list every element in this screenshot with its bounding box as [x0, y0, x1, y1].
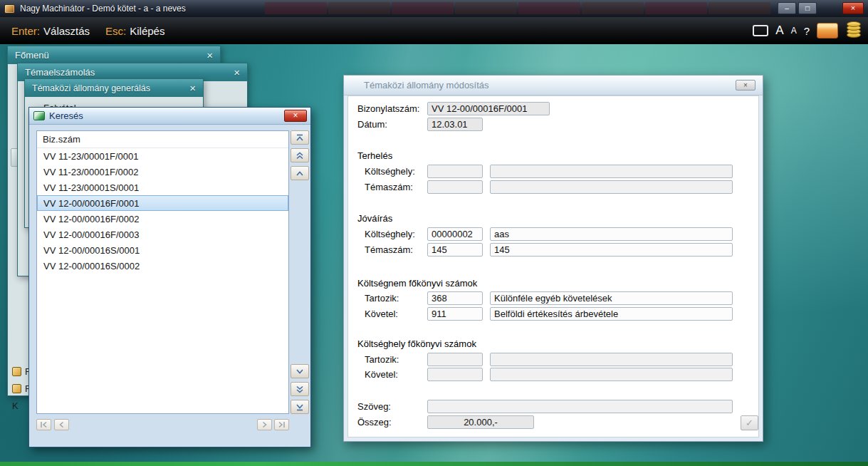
kereses-title: Keresés [49, 110, 83, 121]
fomenu-close-icon[interactable]: × [206, 50, 213, 61]
list-item[interactable]: VV 11-23/00001F/0001 [37, 148, 288, 164]
frame-icon[interactable] [753, 25, 768, 36]
page-last-button[interactable] [274, 419, 289, 430]
list-item[interactable]: VV 12-00/00016S/0002 [37, 258, 288, 274]
scroll-buttons-bottom [291, 364, 309, 418]
koltseghely-tartozik-code-field[interactable] [427, 353, 483, 366]
datum-label: Dátum: [357, 119, 387, 130]
list-item[interactable]: VV 11-23/00001S/0001 [37, 180, 288, 195]
picture-icon [33, 111, 45, 120]
osszeg-label: Összeg: [357, 417, 392, 428]
terheles-section-title: Terhelés [357, 150, 392, 161]
koltseghely-kovetel-label: Követel: [365, 369, 398, 380]
dialog-modositas: Témaközi állomány módosítás × Bizonylats… [343, 75, 763, 442]
szoveg-field[interactable] [427, 400, 733, 413]
osszeg-field[interactable]: 20.000,- [427, 415, 534, 429]
jovairas-koltseghely-name-field[interactable]: aas [490, 227, 733, 241]
esc-key-label: Esc: [105, 25, 126, 37]
scroll-page-down-button[interactable] [291, 382, 309, 396]
confirm-check-button[interactable]: ✓ [741, 415, 758, 430]
window-titlebar: Nagy Machinátor - Demó kötet - a - a nev… [0, 0, 868, 17]
page-first-button[interactable] [36, 419, 51, 430]
folder-icon[interactable] [817, 23, 838, 38]
page-prev-button[interactable] [54, 419, 69, 430]
jovairas-section-title: Jóváírás [357, 213, 392, 224]
modositas-titlebar: Témaközi állomány módosítás [344, 76, 763, 95]
list-item[interactable]: VV 12-00/00016F/0003 [37, 227, 288, 242]
jovairas-koltseghely-label: Költséghely: [365, 229, 415, 239]
scroll-up-button[interactable] [291, 166, 309, 180]
terheles-koltseghely-code-field[interactable] [427, 165, 483, 178]
koltseghely-kovetel-name-field[interactable] [490, 368, 733, 381]
background-menu-items [265, 2, 770, 14]
list-item[interactable]: VV 12-00/00016F/0002 [37, 211, 288, 227]
scroll-down-button[interactable] [291, 364, 309, 378]
temaelszamolas-close-icon[interactable]: × [234, 67, 240, 78]
jovairas-temaszam-name-field[interactable]: 145 [490, 243, 733, 257]
terheles-temaszam-code-field[interactable] [427, 180, 483, 194]
fomenu-titlebar: Főmenü × [8, 46, 220, 64]
datum-field[interactable]: 12.03.01 [427, 118, 483, 131]
menu-item-partial[interactable]: K [12, 400, 19, 411]
minimize-button[interactable]: – [778, 2, 796, 14]
coins-icon[interactable] [845, 22, 862, 39]
scroll-buttons-top [291, 130, 309, 184]
taskbar-strip [0, 462, 868, 466]
modositas-form: Bizonylatszám: VV 12-00/00016F/0001 Dátu… [347, 95, 759, 437]
koltseghely-tartozik-label: Tartozik: [365, 354, 399, 365]
list-column-header: Biz.szám [37, 131, 288, 148]
koltseghely-szamok-section-title: Költséghely főkönyvi számok [357, 338, 476, 349]
kereses-close-button[interactable]: × [284, 110, 307, 122]
terheles-koltseghely-label: Költséghely: [365, 166, 415, 177]
scroll-first-button[interactable] [291, 130, 309, 145]
temaelszamolas-title: Témaelszámolás [25, 67, 95, 78]
close-button[interactable]: × [842, 2, 864, 14]
list-item-selected[interactable]: VV 12-00/00016F/0001 [37, 195, 288, 211]
kereses-titlebar: Keresés [29, 108, 310, 125]
koltseghely-tartozik-name-field[interactable] [490, 353, 733, 366]
maximize-button[interactable]: □ [798, 2, 817, 14]
generalas-close-icon[interactable]: × [189, 83, 196, 93]
terheles-temaszam-label: Témaszám: [365, 182, 413, 192]
font-decrease-button[interactable]: A [791, 26, 797, 36]
koltseghely-kovetel-code-field[interactable] [427, 368, 483, 381]
esc-action-label: Kilépés [130, 25, 164, 37]
terheles-koltseghely-name-field[interactable] [490, 165, 733, 178]
enter-key-label: Enter: [11, 25, 40, 37]
koltsegnem-kovetel-name-field[interactable]: Belföldi értékesítés árbevétele [490, 307, 733, 321]
enter-action-label: Választás [43, 25, 90, 37]
desktop: Nagy Machinátor - Demó kötet - a - a nev… [0, 0, 868, 466]
fomenu-title: Főmenü [15, 50, 49, 61]
page-next-button[interactable] [257, 419, 272, 430]
koltsegnem-kovetel-code-field[interactable]: 911 [427, 307, 483, 321]
app-icon [4, 4, 15, 14]
bizonylatszam-label: Bizonylatszám: [357, 103, 419, 114]
help-button[interactable]: ? [804, 25, 810, 37]
jovairas-koltseghely-code-field[interactable]: 00000002 [427, 227, 483, 241]
terheles-temaszam-name-field[interactable] [490, 180, 733, 194]
list-item[interactable]: VV 12-00/00016S/0001 [37, 242, 288, 258]
bullet-icon [12, 384, 21, 393]
modositas-title: Témaközi állomány módosítás [364, 80, 489, 90]
modositas-close-button[interactable]: × [736, 80, 755, 90]
list-item[interactable]: VV 11-23/00001F/0002 [37, 164, 288, 180]
jovairas-temaszam-label: Témaszám: [365, 244, 413, 255]
scroll-page-up-button[interactable] [291, 148, 309, 162]
koltsegnem-section-title: Költségnem főkönyvi számok [357, 278, 477, 289]
window-title: Nagy Machinátor - Demó kötet - a - a nev… [20, 4, 186, 14]
koltsegnem-tartozik-label: Tartozik: [365, 293, 399, 304]
menu-item-label: K [12, 400, 19, 411]
scroll-last-button[interactable] [291, 400, 309, 414]
toolbar-right: A A ? [753, 17, 862, 44]
window-controls: – □ × [775, 2, 864, 14]
bizonylatszam-field[interactable]: VV 12-00/00016F/0001 [427, 102, 550, 115]
jovairas-temaszam-code-field[interactable]: 145 [427, 243, 483, 257]
koltsegnem-tartozik-code-field[interactable]: 368 [427, 291, 483, 305]
font-increase-button[interactable]: A [775, 24, 783, 38]
shortcut-bar: Enter: Választás Esc: Kilépés A A ? [0, 17, 868, 44]
szoveg-label: Szöveg: [357, 401, 391, 412]
bullet-icon [12, 367, 21, 376]
result-list: Biz.szám VV 11-23/00001F/0001 VV 11-23/0… [36, 130, 289, 414]
koltsegnem-tartozik-name-field[interactable]: Különféle egyéb követelések [490, 291, 733, 305]
dialog-kereses: Keresés × Biz.szám VV 11-23/00001F/0001 … [28, 107, 311, 447]
